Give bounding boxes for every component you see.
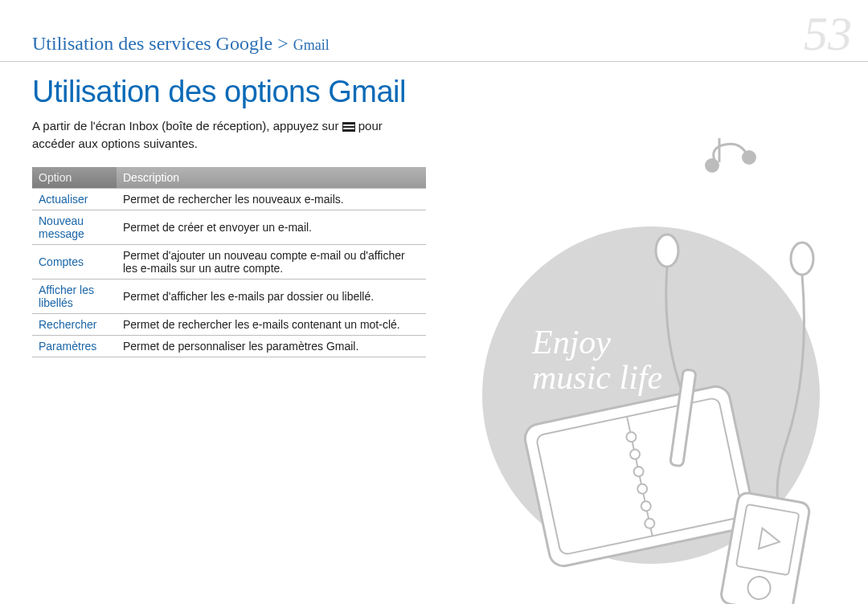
table-row: Comptes Permet d'ajouter un nouveau comp… — [32, 244, 426, 279]
option-name: Rechercher — [32, 313, 117, 335]
option-description: Permet de créer et envoyer un e-mail. — [117, 210, 426, 244]
intro-before: A partir de l'écran Inbox (boîte de réce… — [32, 119, 342, 133]
page-number: 53 — [804, 14, 852, 53]
svg-point-4 — [791, 243, 813, 275]
option-description: Permet d'afficher les e-mails par dossie… — [117, 279, 426, 313]
option-name: Actualiser — [32, 188, 117, 210]
breadcrumb-sub: Gmail — [293, 37, 330, 53]
option-name: Comptes — [32, 244, 117, 279]
table-row: Nouveau message Permet de créer et envoy… — [32, 210, 426, 244]
table-row: Actualiser Permet de rechercher les nouv… — [32, 188, 426, 210]
table-row: Paramètres Permet de personnaliser les p… — [32, 335, 426, 357]
option-description: Permet de personnaliser les paramètres G… — [117, 335, 426, 357]
table-row: Rechercher Permet de rechercher les e-ma… — [32, 313, 426, 335]
tagline-line2: music life — [532, 360, 662, 395]
breadcrumb-main: Utilisation des services Google > — [32, 33, 293, 54]
option-description: Permet de rechercher les nouveaux e-mail… — [117, 188, 426, 210]
menu-icon — [342, 122, 355, 132]
section-title: Utilisation des options Gmail — [32, 75, 418, 109]
option-name: Afficher les libellés — [32, 279, 117, 313]
main-content: Utilisation des options Gmail A partir d… — [0, 62, 450, 370]
option-description: Permet de rechercher les e-mails contena… — [117, 313, 426, 335]
svg-rect-16 — [736, 504, 800, 575]
page-header: Utilisation des services Google > Gmail … — [0, 0, 868, 62]
breadcrumb: Utilisation des services Google > Gmail — [32, 33, 330, 55]
option-description: Permet d'ajouter un nouveau compte e-mai… — [117, 244, 426, 279]
tagline-line1: Enjoy — [532, 324, 662, 360]
intro-text: A partir de l'écran Inbox (boîte de réce… — [32, 117, 418, 153]
svg-point-3 — [656, 235, 678, 267]
table-row: Afficher les libellés Permet d'afficher … — [32, 279, 426, 313]
options-table-header-description: Description — [117, 167, 426, 189]
svg-point-2 — [742, 150, 756, 165]
svg-point-1 — [705, 158, 719, 173]
illustration-tagline: Enjoy music life — [532, 324, 662, 395]
decorative-illustration: Enjoy music life — [466, 138, 852, 604]
options-table: Option Description Actualiser Permet de … — [32, 167, 426, 357]
option-name: Nouveau message — [32, 210, 117, 244]
options-table-header-option: Option — [32, 167, 117, 189]
option-name: Paramètres — [32, 335, 117, 357]
